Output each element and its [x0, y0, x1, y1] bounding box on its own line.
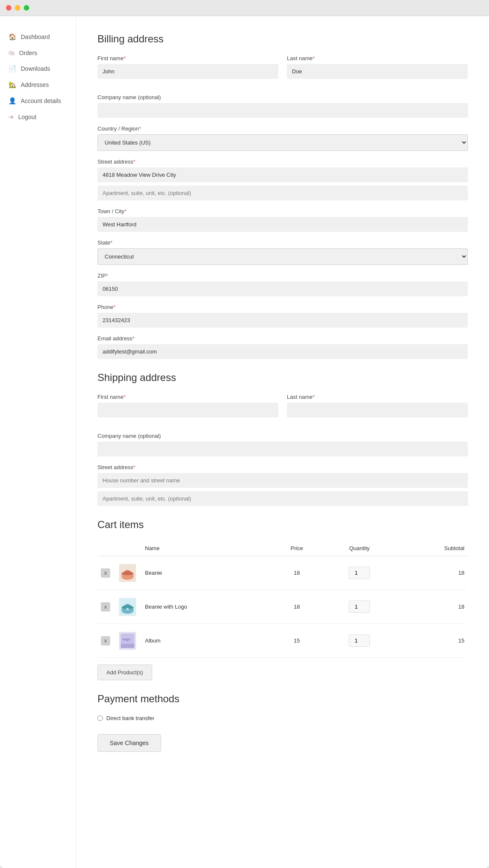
- billing-city-input[interactable]: [97, 217, 468, 232]
- dashboard-icon: 🏠: [8, 33, 17, 41]
- svg-point-3: [122, 572, 133, 575]
- billing-state-select[interactable]: AlabamaAlaskaArizonaArkansasCaliforniaCo…: [97, 248, 468, 265]
- billing-state-label: State*: [97, 239, 468, 246]
- billing-last-name-input[interactable]: [287, 64, 468, 79]
- cart-remove-cell: x: [97, 624, 114, 658]
- required-star: *: [132, 335, 134, 342]
- required-star: *: [110, 239, 112, 246]
- product-thumbnail: [117, 561, 138, 584]
- sidebar-item-logout[interactable]: ➜ Logout: [0, 109, 76, 125]
- required-star: *: [133, 464, 136, 470]
- sidebar-label-downloads: Downloads: [21, 65, 50, 72]
- billing-country-group: Country / Region* United States (US) Can…: [97, 125, 468, 151]
- payment-label-bank-transfer: Direct bank transfer: [106, 715, 154, 721]
- shipping-first-name-group: First name*: [97, 394, 278, 417]
- billing-first-name-label: First name*: [97, 55, 278, 61]
- cart-subtotal-cell: 18: [396, 590, 468, 624]
- cart-price-cell: 15: [271, 624, 322, 658]
- logout-icon: ➜: [8, 113, 14, 121]
- sidebar-label-addresses: Addresses: [21, 81, 49, 88]
- shipping-name-row: First name* Last name*: [97, 394, 468, 425]
- remove-item-button[interactable]: x: [101, 636, 110, 645]
- billing-email-input[interactable]: [97, 344, 468, 359]
- cart-table-header-row: Name Price Quantity Subtotal: [97, 541, 468, 556]
- billing-email-group: Email address*: [97, 335, 468, 359]
- app-body: 🏠 Dashboard 🛍 Orders 📄 Downloads 🏡 Addre…: [0, 16, 489, 868]
- cart-qty-cell: [322, 556, 397, 590]
- col-price: Price: [271, 541, 322, 556]
- svg-text:wigo: wigo: [122, 637, 130, 641]
- billing-city-label: Town / City*: [97, 208, 468, 214]
- minimize-button[interactable]: [15, 5, 20, 11]
- required-star: *: [133, 159, 136, 165]
- sidebar-label-orders: Orders: [19, 50, 37, 56]
- billing-company-input[interactable]: [97, 103, 468, 118]
- svg-rect-12: [121, 644, 134, 648]
- add-product-button[interactable]: Add Product(s): [97, 665, 152, 680]
- required-star: *: [125, 208, 127, 214]
- billing-last-name-group: Last name*: [287, 55, 468, 79]
- cart-qty-input[interactable]: [349, 601, 370, 613]
- billing-street-input[interactable]: [97, 167, 468, 182]
- cart-image-cell: [114, 556, 142, 590]
- shipping-last-name-label: Last name*: [287, 394, 468, 400]
- save-changes-button[interactable]: Save Changes: [97, 734, 161, 752]
- sidebar-item-orders[interactable]: 🛍 Orders: [0, 45, 76, 61]
- billing-street-group: Street address*: [97, 159, 468, 200]
- billing-state-group: State* AlabamaAlaskaArizonaArkansasCalif…: [97, 239, 468, 265]
- billing-street2-input[interactable]: [97, 186, 468, 200]
- maximize-button[interactable]: [24, 5, 29, 11]
- remove-item-button[interactable]: x: [101, 602, 110, 612]
- shipping-street2-input[interactable]: [97, 491, 468, 506]
- billing-country-select[interactable]: United States (US) Canada United Kingdom…: [97, 134, 468, 151]
- table-row: x Beanie 18 18: [97, 556, 468, 590]
- shipping-street-label: Street address*: [97, 464, 468, 470]
- shipping-company-input[interactable]: [97, 442, 468, 456]
- billing-company-label: Company name (optional): [97, 94, 468, 100]
- required-star: *: [123, 55, 125, 61]
- addresses-icon: 🏡: [8, 81, 17, 89]
- close-button[interactable]: [6, 5, 11, 11]
- shipping-last-name-input[interactable]: [287, 403, 468, 417]
- shipping-company-label: Company name (optional): [97, 433, 468, 439]
- billing-phone-label: Phone*: [97, 304, 468, 310]
- sidebar-item-account-details[interactable]: 👤 Account details: [0, 93, 76, 109]
- billing-company-group: Company name (optional): [97, 94, 468, 118]
- cart-subtotal-cell: 18: [396, 556, 468, 590]
- product-thumbnail: wigo: [117, 629, 138, 652]
- payment-section-title: Payment methods: [97, 693, 468, 705]
- titlebar: [0, 0, 489, 16]
- billing-phone-input[interactable]: [97, 313, 468, 328]
- required-star: *: [313, 55, 315, 61]
- billing-first-name-input[interactable]: [97, 64, 278, 79]
- cart-remove-cell: x: [97, 556, 114, 590]
- required-star: *: [106, 273, 108, 279]
- payment-radio-bank-transfer[interactable]: [97, 715, 103, 721]
- shipping-street-input[interactable]: [97, 473, 468, 488]
- sidebar-label-account: Account details: [21, 97, 61, 104]
- cart-image-cell: [114, 590, 142, 624]
- sidebar-item-addresses[interactable]: 🏡 Addresses: [0, 77, 76, 93]
- cart-table: Name Price Quantity Subtotal x Bean: [97, 541, 468, 658]
- required-star: *: [123, 394, 125, 400]
- col-subtotal: Subtotal: [396, 541, 468, 556]
- cart-section-title: Cart items: [97, 519, 468, 531]
- sidebar-label-logout: Logout: [18, 114, 36, 120]
- shipping-first-name-input[interactable]: [97, 403, 278, 417]
- remove-item-button[interactable]: x: [101, 568, 110, 578]
- cart-subtotal-cell: 15: [396, 624, 468, 658]
- cart-qty-input[interactable]: [349, 567, 370, 579]
- cart-image-cell: wigo: [114, 624, 142, 658]
- billing-city-group: Town / City*: [97, 208, 468, 232]
- billing-first-name-group: First name*: [97, 55, 278, 79]
- billing-zip-label: ZIP*: [97, 273, 468, 279]
- sidebar-label-dashboard: Dashboard: [21, 33, 50, 40]
- table-row: x Beanie with Logo 18 18: [97, 590, 468, 624]
- cart-price-cell: 18: [271, 556, 322, 590]
- billing-zip-input[interactable]: [97, 281, 468, 296]
- shipping-company-group: Company name (optional): [97, 433, 468, 456]
- sidebar-item-downloads[interactable]: 📄 Downloads: [0, 61, 76, 77]
- cart-qty-input[interactable]: [349, 634, 370, 647]
- billing-street-label: Street address*: [97, 159, 468, 165]
- sidebar-item-dashboard[interactable]: 🏠 Dashboard: [0, 29, 76, 45]
